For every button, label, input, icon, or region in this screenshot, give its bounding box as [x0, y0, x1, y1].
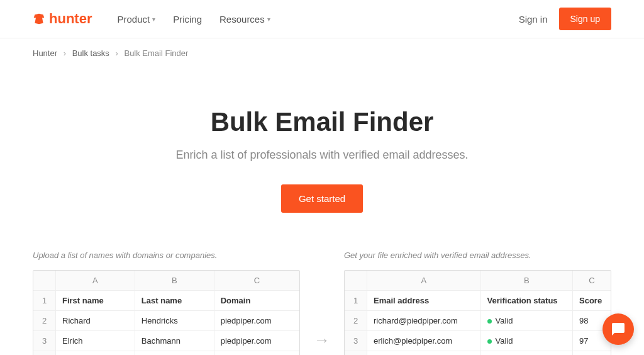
header-domain: Domain [214, 291, 299, 310]
header-email: Email address [367, 291, 481, 310]
table-row: 1 First name Last name Domain [33, 291, 299, 311]
table-row: 3 Elrich Bachmann piedpiper.com [33, 331, 299, 351]
col-c: C [214, 271, 299, 290]
nav: Product ▾ Pricing Resources ▾ [117, 14, 270, 25]
table-row: 2 richard@piedpiper.com Valid 98 [345, 311, 611, 331]
hero: Bulk Email Finder Enrich a list of profe… [33, 63, 611, 238]
header-verification: Verification status [481, 291, 573, 310]
breadcrumb-current: Bulk Email Finder [124, 48, 188, 58]
panel-result-caption: Get your file enriched with verified ema… [344, 251, 611, 260]
header-score: Score [573, 291, 611, 310]
breadcrumb: Hunter › Bulk tasks › Bulk Email Finder [33, 38, 611, 63]
nav-pricing[interactable]: Pricing [173, 14, 202, 25]
table-row: 4 jared@piedpiper.com Valid 97 [345, 351, 611, 355]
page-subtitle: Enrich a list of professionals with veri… [33, 149, 611, 162]
table-row: 3 erlich@piedpiper.com Valid 97 [345, 331, 611, 351]
sheet-input: A B C 1 First name Last name Domain 2 Ri… [33, 270, 300, 355]
sheet-output: A B C 1 Email address Verification statu… [344, 270, 611, 355]
chat-icon [611, 322, 626, 337]
status-dot-icon [487, 319, 492, 324]
status-dot-icon [487, 339, 492, 344]
panel-result: Get your file enriched with verified ema… [344, 251, 611, 355]
table-row: 2 Richard Hendricks piedpiper.com [33, 311, 299, 331]
table-row: 1 Email address Verification status Scor… [345, 291, 611, 311]
chat-widget-button[interactable] [602, 313, 634, 345]
col-a: A [56, 271, 135, 290]
header-first-name: First name [56, 291, 135, 310]
breadcrumb-hunter[interactable]: Hunter [33, 48, 57, 58]
col-c: C [573, 271, 611, 290]
table-row: 4 Jared Dunn piedpiper.com [33, 351, 299, 355]
col-b: B [481, 271, 573, 290]
col-b: B [135, 271, 214, 290]
logo[interactable]: hunter [33, 11, 92, 27]
breadcrumb-separator: › [116, 48, 118, 58]
panel-upload-caption: Upload a list of names with domains or c… [33, 251, 300, 260]
panels: Upload a list of names with domains or c… [33, 238, 611, 355]
breadcrumb-bulk-tasks[interactable]: Bulk tasks [72, 48, 109, 58]
logo-icon [33, 13, 45, 25]
breadcrumb-separator: › [64, 48, 66, 58]
panel-upload: Upload a list of names with domains or c… [33, 251, 300, 355]
header: hunter Product ▾ Pricing Resources ▾ Sig… [0, 0, 644, 38]
sheet-corner [345, 271, 367, 290]
page-title: Bulk Email Finder [33, 107, 611, 137]
logo-text: hunter [49, 11, 92, 27]
chevron-down-icon: ▾ [267, 16, 270, 23]
nav-resources[interactable]: Resources ▾ [219, 14, 270, 25]
nav-product[interactable]: Product ▾ [117, 14, 155, 25]
col-a: A [367, 271, 481, 290]
sign-in-link[interactable]: Sign in [519, 14, 548, 25]
sheet-corner [33, 271, 56, 290]
chevron-down-icon: ▾ [152, 16, 155, 23]
arrow-right-icon: → [311, 330, 333, 350]
get-started-button[interactable]: Get started [281, 184, 363, 213]
sign-up-button[interactable]: Sign up [559, 8, 611, 30]
header-last-name: Last name [135, 291, 214, 310]
